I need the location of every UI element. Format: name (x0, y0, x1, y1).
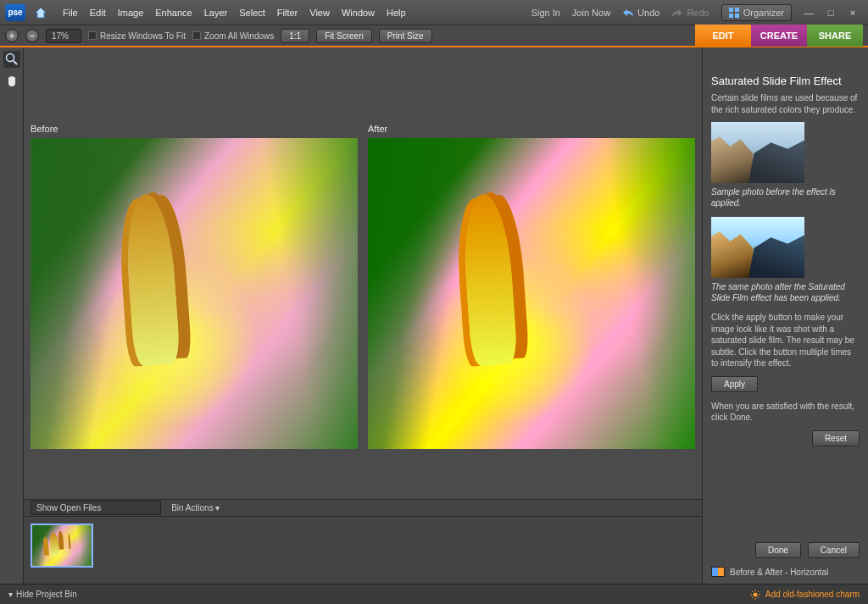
canvas-area: Before After Show Open Files Bin Actions… (24, 47, 702, 584)
hand-tool[interactable] (3, 73, 20, 90)
hide-project-bin-toggle[interactable]: Hide Project Bin (16, 590, 77, 599)
svg-rect-1 (735, 8, 739, 12)
print-size-button[interactable]: Print Size (379, 29, 432, 43)
resize-label: Resize Windows To Fit (100, 31, 186, 41)
collapse-icon[interactable]: ▾ (8, 590, 13, 599)
home-icon[interactable] (31, 4, 51, 21)
minimize-icon[interactable]: — (804, 8, 814, 18)
tool-palette (0, 47, 24, 584)
menu-select[interactable]: Select (239, 8, 265, 18)
before-image (31, 138, 358, 449)
resize-checkbox[interactable] (88, 31, 97, 40)
zoom-in-button[interactable]: + (5, 29, 19, 42)
guide-title: Saturated Slide Film Effect (711, 75, 860, 87)
svg-line-5 (14, 61, 17, 64)
project-bin: Show Open Files Bin Actions ▾ (24, 499, 702, 584)
sample-before-caption: Sample photo before the effect is applie… (711, 186, 860, 208)
redo-button[interactable]: Redo (671, 8, 709, 18)
menu-help[interactable]: Help (387, 8, 406, 18)
svg-line-13 (758, 591, 759, 592)
sample-before-image (711, 122, 804, 183)
status-tip: Add old-fashioned charm (765, 590, 860, 599)
svg-point-4 (6, 54, 14, 62)
organizer-button[interactable]: Organizer (721, 4, 792, 21)
menu-bar: pse File Edit Image Enhance Layer Select… (0, 0, 868, 25)
svg-point-6 (753, 592, 757, 596)
svg-line-14 (752, 597, 753, 598)
bin-filter-select[interactable]: Show Open Files (31, 501, 161, 515)
before-after-icon (711, 567, 725, 577)
close-icon[interactable]: × (848, 8, 858, 18)
options-bar: + − 17% Resize Windows To Fit Zoom All W… (0, 25, 868, 47)
bin-actions-dropdown[interactable]: Bin Actions ▾ (171, 503, 220, 513)
menu-edit[interactable]: Edit (90, 8, 106, 18)
undo-button[interactable]: Undo (622, 8, 659, 18)
menu-filter[interactable]: Filter (277, 8, 298, 18)
after-label: After (368, 124, 695, 136)
svg-rect-0 (729, 8, 733, 12)
fit-screen-button[interactable]: Fit Screen (316, 29, 372, 43)
menu-file[interactable]: File (63, 8, 78, 18)
zoom-select[interactable]: 17% (46, 29, 81, 43)
svg-rect-2 (729, 14, 733, 18)
joinnow-link[interactable]: Join Now (572, 8, 610, 18)
view-mode-label: Before & After - Horizontal (730, 568, 828, 577)
view-mode-selector[interactable]: Before & After - Horizontal (711, 567, 860, 577)
cancel-button[interactable]: Cancel (808, 542, 860, 558)
redo-label: Redo (687, 8, 709, 18)
apply-button[interactable]: Apply (711, 376, 758, 392)
svg-line-12 (758, 597, 759, 598)
svg-rect-3 (735, 14, 739, 18)
guide-closing: When you are satisfied with the result, … (711, 401, 860, 424)
guide-intro: Certain slide films are used because of … (711, 92, 860, 115)
guide-desc: Click the apply button to make your imag… (711, 312, 860, 369)
menu-enhance[interactable]: Enhance (155, 8, 192, 18)
reset-button[interactable]: Reset (812, 430, 860, 446)
menu-layer[interactable]: Layer (204, 8, 228, 18)
bin-actions-label: Bin Actions (171, 503, 213, 513)
organizer-label: Organizer (743, 8, 784, 18)
undo-label: Undo (637, 8, 659, 18)
zoomall-label: Zoom All Windows (204, 31, 274, 41)
after-image (368, 138, 695, 449)
status-bar: ▾ Hide Project Bin Add old-fashioned cha… (0, 584, 868, 604)
sun-icon (750, 590, 760, 600)
sample-after-caption: The same photo after the Saturated Slide… (711, 281, 860, 303)
bin-thumbnail[interactable] (31, 524, 93, 568)
tab-edit[interactable]: EDIT (695, 25, 751, 47)
done-button[interactable]: Done (755, 542, 801, 558)
menu-window[interactable]: Window (342, 8, 375, 18)
menu-image[interactable]: Image (118, 8, 144, 18)
svg-line-11 (752, 591, 753, 592)
menu-view[interactable]: View (309, 8, 330, 18)
zoom-tool[interactable] (3, 51, 20, 68)
sample-after-image (711, 217, 804, 278)
guided-panel: Saturated Slide Film Effect Certain slid… (702, 47, 868, 584)
one-to-one-button[interactable]: 1:1 (281, 29, 309, 43)
tab-share[interactable]: SHARE (807, 25, 863, 47)
before-label: Before (31, 124, 358, 136)
menu-items: File Edit Image Enhance Layer Select Fil… (63, 8, 406, 18)
zoom-out-button[interactable]: − (25, 29, 39, 42)
maximize-icon[interactable]: □ (826, 8, 836, 18)
signin-link[interactable]: Sign In (531, 8, 560, 18)
tab-create[interactable]: CREATE (751, 25, 807, 47)
zoomall-checkbox[interactable] (192, 31, 201, 40)
app-logo: pse (5, 4, 25, 21)
